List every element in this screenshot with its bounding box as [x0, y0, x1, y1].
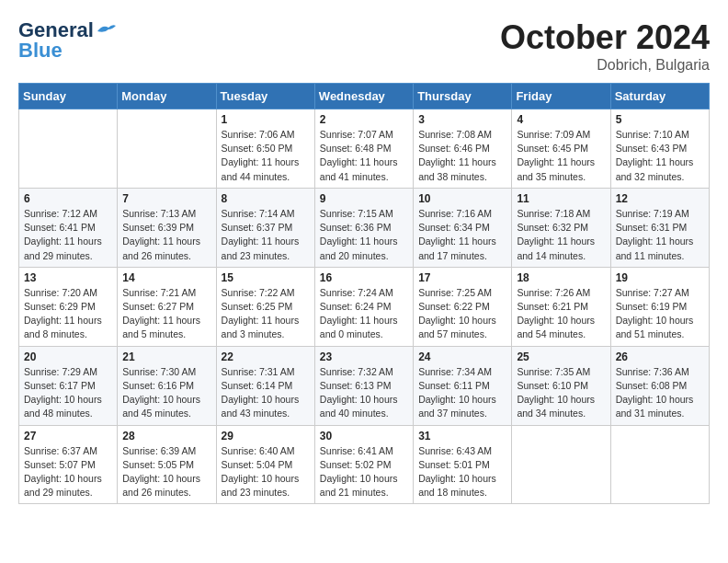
calendar-cell: 22Sunrise: 7:31 AM Sunset: 6:14 PM Dayli…	[216, 346, 314, 425]
day-info: Sunrise: 7:24 AM Sunset: 6:24 PM Dayligh…	[320, 286, 408, 342]
day-number: 13	[24, 271, 112, 284]
day-number: 3	[418, 113, 506, 126]
day-number: 8	[222, 192, 310, 205]
day-number: 7	[122, 192, 210, 205]
day-info: Sunrise: 7:08 AM Sunset: 6:46 PM Dayligh…	[418, 128, 506, 184]
day-number: 14	[122, 271, 210, 284]
calendar-cell	[19, 109, 118, 189]
weekday-header-tuesday: Tuesday	[216, 84, 314, 109]
day-info: Sunrise: 7:12 AM Sunset: 6:41 PM Dayligh…	[24, 207, 112, 263]
calendar-cell: 28Sunrise: 6:39 AM Sunset: 5:05 PM Dayli…	[118, 425, 216, 504]
calendar-cell: 20Sunrise: 7:29 AM Sunset: 6:17 PM Dayli…	[19, 346, 118, 425]
day-info: Sunrise: 7:15 AM Sunset: 6:36 PM Dayligh…	[320, 207, 408, 263]
calendar-week-row: 27Sunrise: 6:37 AM Sunset: 5:07 PM Dayli…	[19, 425, 710, 504]
day-number: 2	[320, 113, 408, 126]
calendar-cell: 17Sunrise: 7:25 AM Sunset: 6:22 PM Dayli…	[414, 267, 512, 346]
calendar-cell: 12Sunrise: 7:19 AM Sunset: 6:31 PM Dayli…	[610, 188, 709, 267]
calendar-cell: 1Sunrise: 7:06 AM Sunset: 6:50 PM Daylig…	[216, 109, 314, 189]
day-info: Sunrise: 7:29 AM Sunset: 6:17 PM Dayligh…	[24, 365, 112, 421]
calendar-week-row: 1Sunrise: 7:06 AM Sunset: 6:50 PM Daylig…	[19, 109, 710, 189]
logo-text-blue: Blue	[18, 39, 63, 63]
calendar-cell: 2Sunrise: 7:07 AM Sunset: 6:48 PM Daylig…	[314, 109, 413, 189]
day-number: 18	[517, 271, 605, 284]
day-info: Sunrise: 7:09 AM Sunset: 6:45 PM Dayligh…	[517, 128, 605, 184]
day-info: Sunrise: 7:19 AM Sunset: 6:31 PM Dayligh…	[616, 207, 704, 263]
calendar-cell: 31Sunrise: 6:43 AM Sunset: 5:01 PM Dayli…	[414, 425, 512, 504]
day-number: 31	[418, 430, 506, 442]
calendar-cell: 4Sunrise: 7:09 AM Sunset: 6:45 PM Daylig…	[512, 109, 610, 189]
calendar-cell: 25Sunrise: 7:35 AM Sunset: 6:10 PM Dayli…	[512, 346, 610, 425]
day-info: Sunrise: 7:27 AM Sunset: 6:19 PM Dayligh…	[616, 286, 704, 342]
day-number: 15	[222, 271, 310, 284]
day-info: Sunrise: 7:13 AM Sunset: 6:39 PM Dayligh…	[122, 207, 210, 263]
day-number: 24	[418, 350, 506, 363]
weekday-header-sunday: Sunday	[19, 84, 118, 109]
calendar-cell: 16Sunrise: 7:24 AM Sunset: 6:24 PM Dayli…	[314, 267, 413, 346]
day-info: Sunrise: 7:22 AM Sunset: 6:25 PM Dayligh…	[222, 286, 310, 342]
day-number: 25	[517, 350, 605, 363]
calendar-week-row: 20Sunrise: 7:29 AM Sunset: 6:17 PM Dayli…	[19, 346, 710, 425]
day-info: Sunrise: 7:16 AM Sunset: 6:34 PM Dayligh…	[418, 207, 506, 263]
page-header: General Blue October 2024 Dobrich, Bulga…	[18, 18, 710, 74]
day-info: Sunrise: 7:06 AM Sunset: 6:50 PM Dayligh…	[222, 128, 310, 184]
logo: General Blue	[18, 18, 116, 63]
day-info: Sunrise: 7:31 AM Sunset: 6:14 PM Dayligh…	[222, 365, 310, 421]
calendar-cell: 3Sunrise: 7:08 AM Sunset: 6:46 PM Daylig…	[414, 109, 512, 189]
day-number: 30	[320, 430, 408, 442]
day-info: Sunrise: 6:37 AM Sunset: 5:07 PM Dayligh…	[24, 444, 112, 500]
day-info: Sunrise: 7:35 AM Sunset: 6:10 PM Dayligh…	[517, 365, 605, 421]
day-info: Sunrise: 7:34 AM Sunset: 6:11 PM Dayligh…	[418, 365, 506, 421]
day-info: Sunrise: 7:14 AM Sunset: 6:37 PM Dayligh…	[222, 207, 310, 263]
day-number: 21	[122, 350, 210, 363]
month-year-title: October 2024	[500, 18, 710, 57]
day-number: 20	[24, 350, 112, 363]
calendar-cell: 10Sunrise: 7:16 AM Sunset: 6:34 PM Dayli…	[414, 188, 512, 267]
calendar-cell: 23Sunrise: 7:32 AM Sunset: 6:13 PM Dayli…	[314, 346, 413, 425]
calendar-cell: 13Sunrise: 7:20 AM Sunset: 6:29 PM Dayli…	[19, 267, 118, 346]
location-subtitle: Dobrich, Bulgaria	[500, 57, 710, 74]
day-number: 12	[616, 192, 704, 205]
day-info: Sunrise: 7:36 AM Sunset: 6:08 PM Dayligh…	[616, 365, 704, 421]
calendar-cell	[512, 425, 610, 504]
day-info: Sunrise: 6:41 AM Sunset: 5:02 PM Dayligh…	[320, 444, 408, 500]
calendar-cell: 8Sunrise: 7:14 AM Sunset: 6:37 PM Daylig…	[216, 188, 314, 267]
day-info: Sunrise: 7:25 AM Sunset: 6:22 PM Dayligh…	[418, 286, 506, 342]
calendar-cell	[118, 109, 216, 189]
calendar-cell: 24Sunrise: 7:34 AM Sunset: 6:11 PM Dayli…	[414, 346, 512, 425]
weekday-header-friday: Friday	[512, 84, 610, 109]
weekday-header-monday: Monday	[118, 84, 216, 109]
calendar-cell: 21Sunrise: 7:30 AM Sunset: 6:16 PM Dayli…	[118, 346, 216, 425]
calendar-week-row: 13Sunrise: 7:20 AM Sunset: 6:29 PM Dayli…	[19, 267, 710, 346]
calendar-cell: 26Sunrise: 7:36 AM Sunset: 6:08 PM Dayli…	[610, 346, 709, 425]
day-number: 29	[222, 430, 310, 442]
calendar-cell: 11Sunrise: 7:18 AM Sunset: 6:32 PM Dayli…	[512, 188, 610, 267]
weekday-header-thursday: Thursday	[414, 84, 512, 109]
day-number: 5	[616, 113, 704, 126]
day-info: Sunrise: 7:10 AM Sunset: 6:43 PM Dayligh…	[616, 128, 704, 184]
weekday-header-wednesday: Wednesday	[314, 84, 413, 109]
day-info: Sunrise: 7:30 AM Sunset: 6:16 PM Dayligh…	[122, 365, 210, 421]
weekday-header-row: SundayMondayTuesdayWednesdayThursdayFrid…	[19, 84, 710, 109]
day-number: 23	[320, 350, 408, 363]
day-number: 16	[320, 271, 408, 284]
day-number: 28	[122, 430, 210, 442]
day-info: Sunrise: 6:43 AM Sunset: 5:01 PM Dayligh…	[418, 444, 506, 500]
day-number: 17	[418, 271, 506, 284]
calendar-cell: 29Sunrise: 6:40 AM Sunset: 5:04 PM Dayli…	[216, 425, 314, 504]
day-info: Sunrise: 7:07 AM Sunset: 6:48 PM Dayligh…	[320, 128, 408, 184]
day-info: Sunrise: 7:21 AM Sunset: 6:27 PM Dayligh…	[122, 286, 210, 342]
calendar-cell: 6Sunrise: 7:12 AM Sunset: 6:41 PM Daylig…	[19, 188, 118, 267]
day-number: 6	[24, 192, 112, 205]
calendar-cell: 14Sunrise: 7:21 AM Sunset: 6:27 PM Dayli…	[118, 267, 216, 346]
calendar-table: SundayMondayTuesdayWednesdayThursdayFrid…	[18, 83, 710, 504]
day-number: 27	[24, 430, 112, 442]
day-number: 10	[418, 192, 506, 205]
calendar-cell: 15Sunrise: 7:22 AM Sunset: 6:25 PM Dayli…	[216, 267, 314, 346]
day-number: 11	[517, 192, 605, 205]
day-info: Sunrise: 7:26 AM Sunset: 6:21 PM Dayligh…	[517, 286, 605, 342]
calendar-cell	[610, 425, 709, 504]
day-info: Sunrise: 7:20 AM Sunset: 6:29 PM Dayligh…	[24, 286, 112, 342]
day-number: 26	[616, 350, 704, 363]
day-info: Sunrise: 6:39 AM Sunset: 5:05 PM Dayligh…	[122, 444, 210, 500]
calendar-cell: 19Sunrise: 7:27 AM Sunset: 6:19 PM Dayli…	[610, 267, 709, 346]
